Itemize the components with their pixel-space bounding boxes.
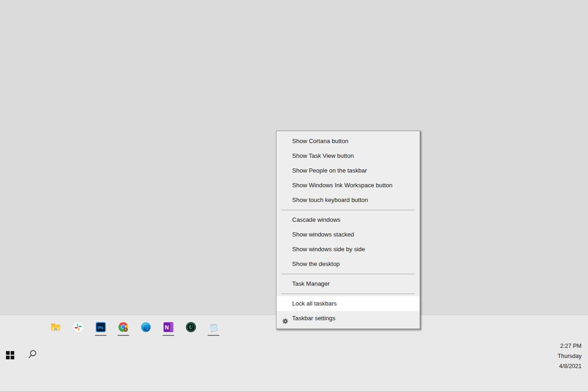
taskbar-app-slack[interactable]: [67, 318, 89, 336]
iobit-uninstaller-icon: U: [185, 322, 196, 333]
svg-text:N: N: [165, 324, 169, 331]
menu-item-show-windows-ink-workspace-button[interactable]: Show Windows Ink Workspace button: [277, 178, 420, 193]
file-explorer-icon: [50, 322, 61, 333]
menu-item-task-manager[interactable]: Task Manager: [277, 277, 420, 291]
taskbar-context-menu: Show Cortana buttonShow Task View button…: [276, 131, 420, 329]
slack-icon: [73, 322, 84, 333]
menu-item-show-touch-keyboard-button[interactable]: Show touch keyboard button: [277, 193, 420, 208]
taskbar-app-iobit-uninstaller[interactable]: U: [180, 318, 202, 336]
edge-icon: [140, 322, 151, 333]
menu-separator: [281, 294, 415, 294]
running-app-indicator: [95, 335, 107, 336]
taskbar-app-notepad[interactable]: [202, 318, 225, 336]
photoshop-icon: Ps: [95, 322, 106, 333]
menu-separator: [281, 210, 415, 210]
menu-item-cascade-windows[interactable]: Cascade windows: [277, 213, 420, 227]
clock-time: 2:27 PM: [522, 341, 582, 351]
taskbar-app-file-explorer[interactable]: [45, 318, 67, 336]
onenote-icon: N: [163, 322, 174, 333]
running-app-indicator: [163, 335, 174, 336]
taskbar-search-button[interactable]: [27, 349, 37, 360]
windows-logo-icon: [6, 351, 14, 359]
taskbar-app-adobe-photoshop[interactable]: Ps: [90, 318, 112, 336]
notepad-icon: [208, 322, 219, 333]
menu-item-show-windows-stacked[interactable]: Show windows stacked: [277, 227, 420, 242]
menu-item-show-the-desktop[interactable]: Show the desktop: [277, 257, 420, 271]
taskbar-clock[interactable]: 2:27 PM Thursday 4/8/2021: [522, 341, 582, 371]
menu-item-taskbar-settings[interactable]: Taskbar settings: [277, 311, 420, 326]
chrome-icon: [118, 322, 129, 333]
menu-item-lock-all-taskbars[interactable]: Lock all taskbars: [277, 296, 420, 311]
menu-separator: [281, 274, 415, 274]
running-app-indicator: [208, 335, 219, 336]
search-icon: [27, 349, 37, 360]
running-app-indicator: [118, 335, 129, 336]
taskbar-app-microsoft-edge[interactable]: [135, 318, 157, 336]
menu-item-show-people-on-the-taskbar[interactable]: Show People on the taskbar: [277, 163, 420, 178]
menu-item-show-task-view-button[interactable]: Show Task View button: [277, 149, 420, 163]
desktop[interactable]: Ps N: [0, 0, 588, 392]
svg-text:Ps: Ps: [98, 325, 104, 330]
start-button[interactable]: [6, 351, 14, 359]
clock-date: 4/8/2021: [522, 361, 582, 371]
menu-item-show-windows-side-by-side[interactable]: Show windows side by side: [277, 242, 420, 257]
gear-icon: [282, 315, 288, 322]
clock-day: Thursday: [522, 351, 582, 361]
taskbar-app-onenote[interactable]: N: [157, 318, 179, 336]
svg-text:U: U: [189, 324, 193, 330]
menu-item-show-cortana-button[interactable]: Show Cortana button: [277, 134, 420, 149]
taskbar-app-google-chrome[interactable]: [112, 318, 134, 336]
